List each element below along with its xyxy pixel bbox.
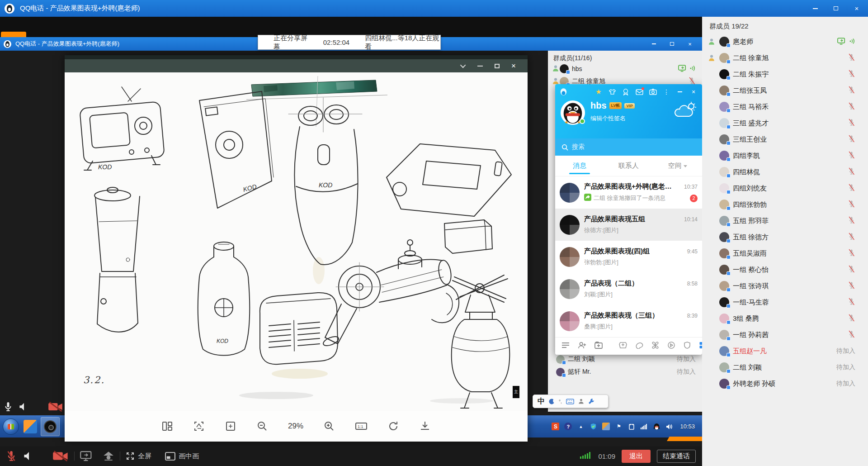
inner-minimize-button[interactable] [649, 40, 659, 48]
actual-size-icon[interactable]: 1:1 [355, 420, 368, 432]
app-titlebar[interactable]: QQ电话 - 产品效果图表现+外聘(扈老师) × [0, 0, 868, 17]
fit-window-icon[interactable] [225, 420, 236, 432]
tab-contacts[interactable]: 联系人 [604, 156, 653, 176]
member-row[interactable]: 一组 张诗琪 [702, 278, 868, 294]
tray-expand-icon[interactable]: ▲ [577, 423, 585, 430]
favorites-icon[interactable]: ★ [594, 88, 603, 95]
misc-tray-icon[interactable] [602, 423, 610, 430]
shield-icon[interactable] [684, 342, 691, 351]
member-row[interactable]: 三组 盛兆才 [702, 115, 868, 131]
signature-edit[interactable]: 编辑个性签名 [590, 114, 635, 123]
download-icon[interactable] [419, 420, 431, 432]
flag-tray-icon[interactable]: ⚑ [615, 423, 623, 430]
member-row[interactable]: 五组赵一凡待加入 [702, 343, 868, 359]
mic-icon[interactable] [4, 401, 13, 412]
pip-icon[interactable] [165, 449, 175, 463]
collapse-icon[interactable] [460, 62, 466, 68]
qq-avatar[interactable] [561, 100, 585, 125]
qq-minimize-button[interactable] [676, 88, 684, 95]
member-row[interactable]: 扈老师 [702, 33, 868, 50]
search-bar[interactable]: 搜索 [555, 138, 702, 156]
exit-button[interactable]: 退出 [622, 450, 651, 463]
rotate-icon[interactable] [387, 420, 399, 432]
membership-badge[interactable]: LV帐 [609, 102, 622, 109]
taskbar-active-app[interactable] [41, 417, 60, 436]
camera-muted-icon[interactable] [52, 449, 69, 463]
network-tray-icon[interactable] [640, 423, 648, 430]
menu-dots-icon[interactable]: ⋮ [662, 88, 670, 95]
viewer-close-button[interactable]: × [511, 62, 516, 70]
device-tray-icon[interactable] [627, 423, 635, 430]
wrench-icon[interactable] [588, 398, 594, 404]
member-row[interactable]: 四组李凯 [702, 147, 868, 164]
viewer-minimize-button[interactable] [477, 66, 483, 67]
add-friend-icon[interactable] [578, 342, 586, 351]
zoom-out-icon[interactable] [256, 420, 268, 432]
presenter-icon[interactable] [103, 449, 114, 463]
moon-icon[interactable] [549, 399, 555, 404]
conversation-item[interactable]: 产品效果图表现五组10:14徐德方:[图片] [555, 209, 702, 241]
dressup-icon[interactable] [608, 88, 616, 95]
main-menu-icon[interactable] [561, 342, 570, 350]
mail-icon[interactable] [635, 88, 643, 95]
fullscreen-icon[interactable] [126, 449, 135, 463]
member-row[interactable]: 外聘老师 孙硕待加入 [702, 376, 868, 392]
inner-maximize-button[interactable] [667, 40, 677, 48]
mic-muted-icon[interactable] [6, 449, 16, 463]
member-row[interactable]: 二组 徐童旭 [702, 50, 868, 66]
member-row[interactable]: 二组 刘颖待加入 [702, 359, 868, 376]
layout-icon[interactable] [161, 420, 173, 432]
qq-tray-icon[interactable] [653, 423, 660, 430]
taskbar-clock[interactable]: 10:53 [680, 423, 695, 430]
shared-member-row[interactable]: hbs [548, 62, 702, 75]
help-tray-icon[interactable]: ? [564, 423, 572, 430]
conversation-item[interactable]: 产品效果图表现(四)组9:45张勃勃:[图片] [555, 241, 702, 273]
member-row[interactable]: 二组张玉凤 [702, 82, 868, 99]
share-screen-icon[interactable] [80, 449, 93, 463]
speaker-icon[interactable] [19, 402, 29, 412]
member-row[interactable]: 一组 孙莉茜 [702, 327, 868, 343]
app-close-button[interactable]: × [852, 5, 862, 13]
tab-messages[interactable]: 消息 [555, 156, 604, 176]
member-row[interactable]: 三组 马裕禾 [702, 99, 868, 115]
start-button[interactable] [3, 418, 19, 435]
conversation-item[interactable]: 产品表现（二组）8:58刘颖:[图片] [555, 273, 702, 305]
tab-qzone[interactable]: 空间 [653, 156, 702, 176]
end-call-button[interactable]: 结束通话 [657, 450, 696, 463]
member-row[interactable]: 3组 桑腾 [702, 310, 868, 327]
security-tray-icon[interactable] [590, 423, 597, 430]
viewer-canvas[interactable]: KOD KOD KOD KOD 3.2. [65, 72, 528, 411]
app-grid-icon[interactable] [699, 342, 702, 351]
shared-member-row[interactable]: 二组 刘颖待加入 [548, 353, 702, 366]
camera-muted-icon[interactable] [48, 401, 63, 412]
conversation-item[interactable]: 产品效果图表现+外聘(扈老师)10:37二组 徐童旭撤回了一条消息2 [555, 176, 702, 209]
member-row[interactable]: 一组 蔡心怡 [702, 262, 868, 278]
taskbar-app-icon[interactable] [24, 420, 37, 433]
pip-label[interactable]: 画中画 [179, 452, 199, 461]
user-icon[interactable] [578, 398, 584, 404]
vip-badge[interactable]: VIP [624, 103, 635, 109]
ime-toolbar[interactable]: 中 °, [533, 395, 609, 408]
qq-close-button[interactable]: × [689, 88, 698, 95]
member-row[interactable]: 一组-马生蓉 [702, 294, 868, 310]
member-row[interactable]: 三组王创业 [702, 131, 868, 147]
keyboard-icon[interactable] [566, 399, 574, 404]
weather-icon[interactable] [673, 101, 697, 120]
volume-tray-icon[interactable] [665, 423, 673, 430]
member-row[interactable]: 五组 邢羽菲 [702, 213, 868, 229]
member-row[interactable]: 四组林侃 [702, 164, 868, 180]
app-minimize-button[interactable] [810, 5, 820, 13]
ime-language-label[interactable]: 中 [538, 397, 545, 406]
shared-member-row[interactable]: 懿轩 Mr.待加入 [548, 366, 702, 378]
conversation-item[interactable]: 产品效果图表现（三组）8:39桑腾:[图片] [555, 305, 702, 337]
screenshot-icon[interactable] [193, 420, 205, 432]
member-row[interactable]: 二组 朱振宇 [702, 66, 868, 82]
member-row[interactable]: 五组吴淑雨 [702, 245, 868, 262]
docked-window-tab[interactable] [1, 32, 26, 37]
folder-icon[interactable] [594, 342, 603, 351]
viewer-maximize-button[interactable] [495, 64, 500, 68]
clover-icon[interactable] [651, 342, 659, 351]
fullscreen-label[interactable]: 全屏 [138, 452, 151, 461]
system-tray[interactable]: S ? ▲ ⚑ 10:53 [552, 423, 698, 430]
medal-icon[interactable] [622, 88, 630, 95]
